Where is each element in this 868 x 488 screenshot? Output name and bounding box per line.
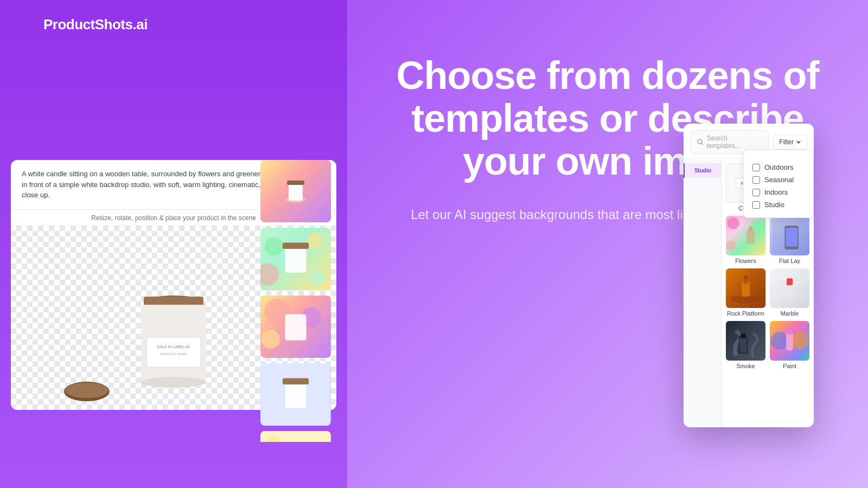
label-marble: Marble	[781, 310, 799, 317]
filter-outdoors-check[interactable]	[752, 164, 760, 171]
label-smoke: Smoke	[736, 363, 755, 369]
label-rock: Rock Platform	[727, 310, 764, 317]
svg-text:PRODUCT NAME: PRODUCT NAME	[161, 352, 187, 356]
thumb-smoke	[726, 321, 765, 361]
filter-studio-check[interactable]	[752, 201, 760, 209]
filter-studio[interactable]: Studio	[752, 198, 805, 211]
label-paint: Paint	[783, 363, 796, 369]
filter-outdoors-label: Outdoors	[764, 163, 793, 171]
templates-panel: Search templates... Filter Outdoors Seas…	[684, 124, 814, 427]
template-flowers[interactable]: Flowers	[726, 216, 765, 264]
svg-rect-40	[786, 228, 797, 247]
filter-overlay: Outdoors Seasonal Indoors Studio	[743, 150, 814, 218]
svg-point-13	[307, 233, 322, 248]
template-paint[interactable]: Paint	[770, 321, 809, 369]
search-bar: Search templates... Filter Outdoors Seas…	[684, 124, 814, 159]
filter-seasonal-check[interactable]	[752, 176, 760, 184]
filter-indoors[interactable]: Indoors	[752, 186, 805, 198]
logo: ProductShots.ai	[43, 16, 148, 33]
thumb-1[interactable]	[260, 160, 331, 222]
left-panel: ProductShots.ai A white candle sitting o…	[0, 0, 347, 488]
svg-point-44	[744, 276, 747, 279]
filter-outdoors[interactable]: Outdoors	[752, 161, 805, 174]
thumb-4[interactable]	[260, 363, 331, 426]
svg-rect-10	[289, 183, 303, 201]
template-marble[interactable]: Marble	[770, 268, 809, 317]
prompt-text: A white candle sitting on a wooden table…	[22, 169, 266, 201]
template-smoke[interactable]: Smoke	[726, 321, 765, 369]
chevron-down-icon	[796, 139, 801, 145]
thumb-rock	[726, 268, 765, 308]
thumb-marble	[770, 268, 809, 308]
svg-rect-37	[749, 227, 752, 232]
thumb-2[interactable]	[260, 228, 331, 290]
search-icon	[697, 139, 704, 145]
svg-line-30	[701, 143, 703, 145]
template-rock[interactable]: Rock Platform	[726, 268, 765, 317]
svg-point-6	[141, 377, 206, 388]
svg-point-33	[727, 217, 739, 229]
thumb-scroll	[260, 160, 339, 442]
right-panel: Choose from dozens of templates or descr…	[347, 0, 868, 488]
svg-rect-46	[787, 278, 793, 285]
svg-rect-17	[283, 243, 309, 249]
filter-seasonal-label: Seasonal	[764, 176, 794, 184]
svg-point-8	[65, 383, 108, 398]
svg-point-51	[790, 332, 808, 350]
svg-rect-43	[743, 278, 748, 283]
svg-rect-23	[285, 382, 306, 408]
svg-text:SALE IN LABEL AI!: SALE IN LABEL AI!	[157, 345, 190, 349]
product-candle: SALE IN LABEL AI! PRODUCT NAME	[122, 286, 225, 402]
label-flatlay: Flat Lay	[779, 258, 800, 264]
thumb-paint	[770, 321, 809, 361]
thumb-flatlay	[770, 216, 809, 255]
thumb-flowers	[726, 216, 765, 255]
thumb-5[interactable]	[260, 431, 331, 442]
filter-button[interactable]: Filter	[773, 134, 807, 150]
svg-rect-48	[740, 337, 747, 352]
template-flatlay[interactable]: Flat Lay	[770, 216, 809, 264]
filter-indoors-check[interactable]	[752, 189, 760, 196]
svg-rect-53	[788, 330, 792, 335]
svg-point-50	[771, 332, 789, 350]
templates-sidebar: Studio	[684, 159, 722, 427]
svg-point-29	[698, 139, 702, 144]
svg-rect-24	[283, 378, 309, 385]
thumb-3[interactable]	[260, 296, 331, 358]
lid-prop	[62, 381, 111, 404]
svg-point-15	[309, 269, 326, 286]
svg-rect-36	[746, 230, 755, 244]
svg-rect-11	[287, 181, 304, 185]
svg-point-35	[726, 241, 736, 251]
svg-rect-49	[741, 333, 745, 338]
label-flowers: Flowers	[735, 258, 756, 264]
svg-point-14	[260, 264, 279, 286]
left-thumbnails	[260, 160, 339, 442]
sidebar-studio[interactable]: Studio	[684, 163, 721, 178]
svg-rect-21	[285, 314, 306, 341]
svg-rect-45	[787, 283, 793, 299]
filter-seasonal[interactable]: Seasonal	[752, 174, 805, 186]
filter-studio-label: Studio	[764, 201, 784, 209]
filter-indoors-label: Indoors	[764, 188, 788, 196]
svg-point-20	[261, 330, 280, 349]
search-placeholder: Search templates...	[707, 134, 762, 150]
svg-point-12	[265, 237, 284, 256]
svg-rect-16	[285, 247, 306, 273]
